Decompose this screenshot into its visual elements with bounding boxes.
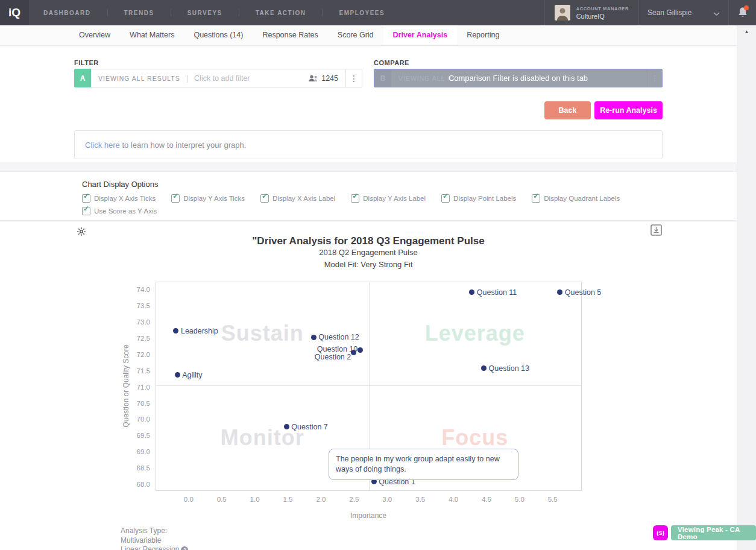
nav-item-employees[interactable]: EMPLOYEES xyxy=(339,10,385,16)
data-point-question-13[interactable] xyxy=(481,365,487,371)
analysis-type-line2: Multivariable xyxy=(121,536,188,546)
checkbox-display-y-axis-ticks[interactable] xyxy=(171,194,180,203)
notification-dot xyxy=(744,5,749,10)
chevron-down-icon xyxy=(713,7,720,18)
data-point-question-1[interactable] xyxy=(371,479,377,484)
back-button[interactable]: Back xyxy=(544,101,591,119)
nav-item-take-action[interactable]: TAKE ACTION xyxy=(256,10,306,16)
y-axis-tick: 72.5 xyxy=(137,335,150,342)
account-role: ACCOUNT MANAGER xyxy=(576,6,629,11)
tab-what-matters[interactable]: What Matters xyxy=(120,25,184,45)
tab-score-grid[interactable]: Score Grid xyxy=(328,25,383,45)
checkbox-label: Display Quadrant Labels xyxy=(544,195,620,202)
account-manager-block: ACCOUNT MANAGER CultureIQ xyxy=(545,0,638,25)
checkbox-display-x-axis-label[interactable] xyxy=(260,194,269,203)
data-point-agility[interactable] xyxy=(175,372,180,378)
interpret-link[interactable]: Click here xyxy=(85,141,120,150)
nav-item-surveys[interactable]: SURVEYS xyxy=(187,10,222,16)
y-axis-tick: 72.0 xyxy=(137,351,150,358)
data-point-question-5[interactable] xyxy=(557,289,562,295)
data-point-label: Question 5 xyxy=(565,288,601,297)
nav-item-trends[interactable]: TRENDS xyxy=(124,10,154,16)
checkbox-label: Use Score as Y-Axis xyxy=(94,207,157,215)
respondent-count: 1245 xyxy=(321,74,338,83)
tab-response-rates[interactable]: Response Rates xyxy=(253,25,327,45)
tab-reporting[interactable]: Reporting xyxy=(457,25,509,45)
x-axis-tick: 5.0 xyxy=(515,496,524,503)
y-axis-tick: 71.0 xyxy=(137,384,150,391)
checkbox-display-x-axis-ticks[interactable] xyxy=(82,194,90,203)
quadrant-label-sustain: Sustain xyxy=(221,321,304,346)
quadrant-label-focus: Focus xyxy=(441,425,508,450)
chart-subtitle: 2018 Q2 Engagement Pulse xyxy=(74,248,663,257)
x-axis-tick: 3.0 xyxy=(382,496,392,503)
help-question-icon[interactable]: ? xyxy=(181,546,188,550)
x-axis-tick: 1.5 xyxy=(283,496,293,503)
checkbox-display-quadrant-labels[interactable] xyxy=(532,194,540,203)
x-axis-tick: 4.5 xyxy=(482,496,491,503)
x-axis-tick: 3.5 xyxy=(415,496,425,503)
data-point-question-2[interactable] xyxy=(351,350,356,355)
avatar-person-icon xyxy=(555,5,570,21)
notifications-button[interactable] xyxy=(729,0,756,25)
user-menu[interactable]: Sean Gillispie xyxy=(639,0,728,25)
header-right: ACCOUNT MANAGER CultureIQ Sean Gillispie xyxy=(544,0,756,25)
nav-separator xyxy=(171,9,171,16)
scrollbar-track[interactable]: ▲ xyxy=(737,25,756,550)
chart-options-checkboxes: Display X Axis TicksDisplay Y Axis Ticks… xyxy=(82,194,661,220)
filter-menu-button[interactable]: ⋮ xyxy=(345,69,362,87)
data-point-label: Agility xyxy=(182,371,202,379)
y-axis-tick: 70.0 xyxy=(137,416,150,423)
survey-s-badge[interactable]: (S) xyxy=(653,525,668,540)
checkbox-display-point-labels[interactable] xyxy=(441,194,450,203)
y-axis-tick: 74.0 xyxy=(137,286,150,293)
x-axis-tick: 1.0 xyxy=(250,496,260,503)
y-axis-tick: 70.5 xyxy=(137,400,150,407)
user-name: Sean Gillispie xyxy=(647,8,691,17)
y-axis-label: Question or Quality Score xyxy=(122,344,130,427)
y-axis-tick: 68.5 xyxy=(137,464,150,472)
rerun-analysis-button[interactable]: Re-run Analysis xyxy=(594,101,663,119)
chart-option-display-quadrant-labels: Display Quadrant Labels xyxy=(532,194,620,203)
chart-option-display-y-axis-label: Display Y Axis Label xyxy=(351,194,426,203)
chart-options-title: Chart Display Options xyxy=(82,180,737,189)
filter-add-area[interactable]: VIEWING ALL RESULTS | Click to add filte… xyxy=(91,69,345,87)
tab-questions-14[interactable]: Questions (14) xyxy=(184,25,253,45)
filter-status: VIEWING ALL RESULTS xyxy=(98,75,180,82)
viewing-context-badge: Viewing Peak - CA Demo xyxy=(671,525,756,540)
compare-disabled-message: Comparison Filter is disabled on this ta… xyxy=(374,69,662,87)
chart-panel: "Driver Analysis for 2018 Q3 Engagement … xyxy=(0,222,737,550)
main-nav: DASHBOARDTRENDSSURVEYSTAKE ACTIONEMPLOYE… xyxy=(29,0,544,25)
tab-overview[interactable]: Overview xyxy=(69,25,120,45)
checkbox-label: Display Y Axis Label xyxy=(363,195,426,202)
y-axis-tick: 69.0 xyxy=(137,448,150,455)
app-logo[interactable]: iQ xyxy=(0,0,29,25)
data-point-question-11[interactable] xyxy=(469,289,474,295)
x-axis-tick: 2.5 xyxy=(349,496,359,503)
users-icon xyxy=(308,75,318,82)
data-point-question-12[interactable] xyxy=(311,335,317,340)
nav-item-dashboard[interactable]: DASHBOARD xyxy=(43,10,91,16)
compare-section-label: COMPARE xyxy=(374,59,409,66)
checkbox-use-score-as-y-axis[interactable] xyxy=(82,207,90,215)
chart-option-use-score-as-y-axis: Use Score as Y-Axis xyxy=(82,207,157,215)
analysis-type-text: Linear Regression xyxy=(121,545,179,550)
app-header: iQ DASHBOARDTRENDSSURVEYSTAKE ACTIONEMPL… xyxy=(0,0,756,25)
scrollbar-up-arrow[interactable]: ▲ xyxy=(745,29,749,34)
tab-driver-analysis[interactable]: Driver Analysis xyxy=(383,25,458,45)
account-text: ACCOUNT MANAGER CultureIQ xyxy=(576,6,629,20)
checkbox-display-y-axis-label[interactable] xyxy=(351,194,359,203)
data-point-leadership[interactable] xyxy=(173,328,178,333)
tab-bar: OverviewWhat MattersQuestions (14)Respon… xyxy=(0,25,737,46)
chart-title: "Driver Analysis for 2018 Q3 Engagement … xyxy=(74,235,663,247)
account-org: CultureIQ xyxy=(576,13,629,20)
data-point-question-10[interactable] xyxy=(358,347,363,353)
analysis-type-line3: Linear Regression? xyxy=(121,545,188,550)
chart-option-display-point-labels: Display Point Labels xyxy=(441,194,516,203)
x-axis-tick: 0.5 xyxy=(217,496,227,503)
y-axis-tick: 71.5 xyxy=(137,367,150,375)
filter-bar: A VIEWING ALL RESULTS | Click to add fil… xyxy=(74,69,362,87)
nav-separator xyxy=(322,9,323,16)
y-axis-tick: 73.5 xyxy=(137,302,150,309)
data-point-label: Question 2 xyxy=(315,353,351,361)
